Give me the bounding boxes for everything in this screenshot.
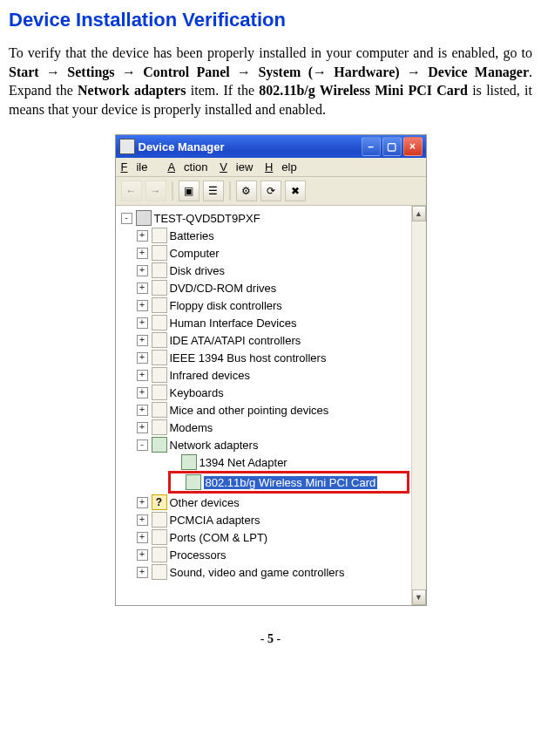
expand-icon[interactable]: + bbox=[137, 549, 148, 561]
expand-icon[interactable]: + bbox=[137, 335, 148, 346]
device-icon bbox=[152, 402, 167, 418]
tree-node[interactable]: +Human Interface Devices bbox=[121, 314, 409, 331]
expand-icon[interactable]: + bbox=[137, 230, 148, 242]
tree-node[interactable]: 802.11b/g Wireless Mini PCI Card bbox=[172, 473, 405, 491]
tree-node[interactable]: +Disk drives bbox=[121, 262, 409, 279]
toolbar-button[interactable]: ☰ bbox=[203, 180, 224, 201]
instruction-paragraph: To verify that the device has been prope… bbox=[9, 44, 532, 119]
text: To verify that the device has been prope… bbox=[9, 45, 532, 60]
tree-label: 1394 Net Adapter bbox=[199, 456, 287, 469]
tree-root-node[interactable]: - TEST-QVD5DT9PXF bbox=[119, 209, 409, 227]
tree-label: Disk drives bbox=[170, 264, 226, 277]
toolbar-button[interactable]: ▣ bbox=[179, 180, 199, 201]
net-icon bbox=[181, 454, 197, 470]
tree-node[interactable]: +DVD/CD-ROM drives bbox=[121, 279, 409, 296]
separator bbox=[172, 181, 173, 201]
expand-icon[interactable]: + bbox=[137, 352, 148, 364]
tree-node[interactable]: +Ports (COM & LPT) bbox=[121, 528, 409, 546]
forward-button: → bbox=[145, 180, 166, 201]
collapse-icon[interactable]: - bbox=[121, 213, 132, 224]
toolbar-button[interactable]: ✖ bbox=[285, 180, 306, 201]
menubar: File Action View Help bbox=[116, 158, 426, 177]
expand-icon[interactable]: + bbox=[137, 567, 148, 578]
scroll-up-icon[interactable]: ▲ bbox=[412, 206, 426, 221]
tree-label: 802.11b/g Wireless Mini PCI Card bbox=[204, 476, 378, 489]
section-heading: Device Installation Verification bbox=[9, 9, 532, 31]
expand-icon[interactable]: + bbox=[137, 422, 148, 433]
device-icon bbox=[152, 228, 167, 243]
menu-help[interactable]: Help bbox=[265, 160, 297, 174]
expand-icon[interactable] bbox=[172, 478, 182, 487]
expand-icon[interactable]: + bbox=[137, 317, 148, 329]
arrow-icon: → bbox=[237, 65, 251, 79]
expand-icon[interactable]: + bbox=[137, 370, 148, 381]
close-button[interactable]: × bbox=[403, 137, 423, 156]
scroll-down-icon[interactable]: ▼ bbox=[412, 589, 426, 605]
expand-icon[interactable]: + bbox=[137, 300, 148, 311]
tree-node[interactable]: +Batteries bbox=[121, 227, 409, 244]
tree-node[interactable]: +PCMCIA adapters bbox=[121, 511, 409, 528]
text: item. If the bbox=[186, 83, 259, 98]
app-icon bbox=[119, 139, 135, 154]
dev-icon bbox=[152, 564, 167, 580]
expand-icon[interactable]: + bbox=[137, 405, 148, 416]
expand-icon[interactable]: + bbox=[137, 283, 148, 294]
tree-node[interactable]: +Processors bbox=[121, 546, 409, 563]
menu-action[interactable]: Action bbox=[167, 160, 207, 174]
path-settings: Settings bbox=[67, 65, 122, 79]
scrollbar[interactable]: ▲ ▼ bbox=[411, 206, 426, 605]
device-icon bbox=[152, 245, 167, 261]
path-control-panel: Control Panel bbox=[143, 65, 237, 79]
device-icon bbox=[152, 385, 167, 400]
back-button: ← bbox=[121, 180, 142, 201]
separator bbox=[229, 181, 231, 201]
tree-node[interactable]: -Network adapters bbox=[121, 436, 409, 453]
tree-node[interactable]: +Computer bbox=[121, 244, 409, 262]
arrow-icon: → bbox=[122, 65, 136, 79]
root-label: TEST-QVD5DT9PXF bbox=[154, 212, 260, 225]
menu-file[interactable]: File bbox=[121, 160, 157, 174]
device-tree[interactable]: - TEST-QVD5DT9PXF +Batteries+Computer+Di… bbox=[116, 206, 411, 605]
tree-label: Infrared devices bbox=[170, 369, 251, 382]
tree-node[interactable]: +Infrared devices bbox=[121, 366, 409, 384]
tree-label: Modems bbox=[170, 421, 213, 434]
tree-node[interactable]: +IDE ATA/ATAPI controllers bbox=[121, 331, 409, 349]
toolbar: ← → ▣ ☰ ⚙ ⟳ ✖ bbox=[116, 177, 426, 206]
toolbar-button[interactable]: ⚙ bbox=[236, 180, 257, 201]
tree-node[interactable]: +Keyboards bbox=[121, 384, 409, 401]
scroll-track[interactable] bbox=[412, 221, 426, 589]
tree-label: Network adapters bbox=[170, 439, 259, 452]
collapse-icon[interactable]: - bbox=[137, 439, 148, 451]
tree-node[interactable]: +Mice and other pointing devices bbox=[121, 401, 409, 419]
toolbar-button[interactable]: ⟳ bbox=[260, 180, 281, 201]
net-icon bbox=[186, 474, 201, 490]
tree-node[interactable]: +Sound, video and game controllers bbox=[121, 563, 409, 581]
maximize-button[interactable]: ▢ bbox=[382, 137, 402, 156]
tree-node[interactable]: +Modems bbox=[121, 419, 409, 436]
expand-icon[interactable]: + bbox=[137, 514, 148, 526]
device-icon bbox=[152, 367, 167, 383]
expand-icon[interactable]: + bbox=[137, 248, 148, 259]
tree-label: Ports (COM & LPT) bbox=[170, 531, 268, 544]
tree-node[interactable]: +Floppy disk controllers bbox=[121, 296, 409, 314]
titlebar[interactable]: Device Manager – ▢ × bbox=[116, 135, 426, 158]
tree-node[interactable]: +?Other devices bbox=[121, 494, 409, 511]
path-system: System ( bbox=[258, 65, 313, 79]
expand-icon[interactable]: + bbox=[137, 265, 148, 276]
tree-node[interactable]: 1394 Net Adapter bbox=[152, 453, 409, 471]
window-title: Device Manager bbox=[139, 140, 362, 153]
page-number: - 5 - bbox=[9, 632, 532, 646]
expand-icon[interactable] bbox=[168, 458, 178, 467]
menu-view[interactable]: View bbox=[220, 160, 253, 174]
minimize-button[interactable]: – bbox=[362, 137, 381, 156]
tree-label: Sound, video and game controllers bbox=[170, 566, 345, 579]
tree-node[interactable]: +IEEE 1394 Bus host controllers bbox=[121, 349, 409, 366]
arrow-icon: → bbox=[46, 65, 60, 79]
expand-icon[interactable]: + bbox=[137, 532, 148, 543]
expand-icon[interactable]: + bbox=[137, 387, 148, 398]
dev-icon bbox=[152, 512, 167, 528]
tree-label: Other devices bbox=[170, 496, 240, 509]
tree-label: DVD/CD-ROM drives bbox=[170, 282, 277, 295]
expand-icon[interactable]: + bbox=[137, 497, 148, 508]
device-icon bbox=[152, 262, 167, 278]
